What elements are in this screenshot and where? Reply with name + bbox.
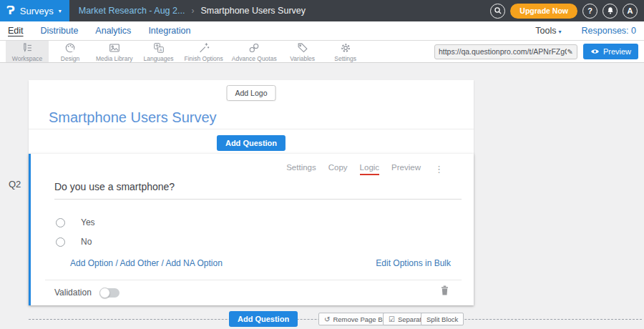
split-block-label: Split Block (426, 315, 458, 323)
breadcrumb-current: Smartphone Users Survey (200, 6, 306, 16)
option-label[interactable]: No (81, 237, 92, 247)
survey-title[interactable]: Smartphone Users Survey (49, 109, 217, 126)
breadcrumb-parent[interactable]: Market Research - Aug 2... (79, 6, 185, 16)
validation-row: Validation (54, 288, 119, 298)
top-bar: Ɂ Surveys ▾ Market Research - Aug 2... ›… (0, 0, 644, 21)
tab-logic[interactable]: Logic (360, 163, 380, 175)
eye-icon (590, 48, 600, 55)
nav-item-distribute[interactable]: Distribute (41, 26, 79, 36)
tab-copy[interactable]: Copy (328, 163, 348, 175)
option-label[interactable]: Yes (81, 217, 95, 227)
add-other-link[interactable]: Add Other (119, 258, 159, 268)
tag-icon (296, 41, 309, 54)
divider (45, 280, 462, 280)
breadcrumb-chevron-icon: › (191, 6, 194, 16)
edit-url-icon[interactable]: ✎ (567, 48, 572, 56)
toolbar-item-workspace[interactable]: Workspace (6, 41, 49, 62)
image-icon (108, 41, 121, 54)
toolbar-item-languages[interactable]: A Languages (137, 41, 180, 62)
toolbar-label: Settings (334, 55, 356, 62)
toolbar-label: Advance Quotas (232, 55, 277, 62)
toolbar-item-finish-options[interactable]: Finish Options (180, 41, 228, 62)
question-number: Q2 (9, 179, 21, 190)
avatar[interactable]: A (623, 4, 638, 19)
edit-options-in-bulk-link[interactable]: Edit Options in Bulk (376, 258, 451, 268)
svg-text:A: A (159, 47, 162, 51)
breadcrumb: Market Research - Aug 2... › Smartphone … (79, 6, 306, 16)
answer-option-row: No (56, 237, 92, 247)
more-options-icon[interactable]: ⋮ (433, 164, 445, 174)
remove-page-break-icon: ↺ (324, 315, 330, 323)
chevron-down-icon: ▾ (559, 29, 562, 35)
preview-button[interactable]: Preview (583, 44, 638, 59)
question-block: Settings Copy Logic Preview ⋮ Do you use… (29, 154, 474, 305)
page-break-line: Add Question ↺ Remove Page Break ☑ Separ… (29, 319, 642, 320)
help-button[interactable]: ? (582, 4, 597, 19)
option-links: Add Option / Add Other / Add NA Option (70, 258, 223, 268)
workspace-toolbar: Workspace Design Media Library (0, 41, 644, 63)
survey-url-input[interactable] (439, 47, 567, 56)
toolbar-item-settings[interactable]: Settings (324, 41, 367, 62)
gear-icon (339, 41, 352, 54)
surveys-product-menu[interactable]: Ɂ Surveys ▾ (0, 0, 69, 21)
workspace-icon (21, 41, 34, 54)
add-question-button-top[interactable]: Add Question (217, 135, 286, 151)
question-tabs: Settings Copy Logic Preview ⋮ (286, 163, 445, 175)
chevron-down-icon: ▾ (59, 8, 62, 14)
toolbar-label: Languages (143, 55, 173, 62)
split-block-button[interactable]: Split Block (421, 313, 464, 325)
add-question-button-bottom[interactable]: Add Question (229, 311, 298, 327)
upgrade-now-button[interactable]: Upgrade Now (510, 4, 577, 19)
add-option-link[interactable]: Add Option (70, 258, 113, 268)
radio-button-no[interactable] (56, 237, 65, 247)
link-separator: / (113, 258, 119, 268)
chain-link-icon (248, 41, 260, 54)
bell-icon (606, 6, 615, 15)
design-palette-icon (64, 41, 77, 54)
trash-icon (440, 285, 449, 295)
search-button[interactable] (490, 4, 505, 19)
magic-wand-icon (197, 41, 210, 54)
toolbar-item-advance-quotas[interactable]: Advance Quotas (228, 41, 281, 62)
search-icon (494, 6, 502, 15)
answer-option-row: Yes (56, 217, 95, 227)
toolbar-label: Design (61, 55, 79, 62)
delete-question-button[interactable] (440, 285, 449, 298)
tab-preview[interactable]: Preview (391, 163, 421, 175)
responses-count[interactable]: Responses: 0 (582, 26, 636, 36)
toolbar-label: Workspace (12, 55, 42, 62)
radio-button-yes[interactable] (56, 218, 65, 227)
toolbar-item-design[interactable]: Design (49, 41, 92, 62)
translate-icon: A (152, 41, 165, 54)
nav-item-integration[interactable]: Integration (148, 26, 190, 36)
add-na-option-link[interactable]: Add NA Option (165, 258, 222, 268)
question-text[interactable]: Do you use a smartphone? (54, 181, 462, 200)
preview-label: Preview (603, 47, 631, 56)
toolbar-right: ✎ Preview (434, 41, 644, 62)
section-nav: Edit Distribute Analytics Integration To… (0, 21, 644, 41)
validation-toggle[interactable] (100, 288, 119, 298)
separator-checkbox-icon: ☑ (389, 315, 395, 323)
nav-right: Tools▾ Responses: 0 (535, 26, 636, 36)
questionpro-logo-icon: Ɂ (6, 6, 15, 16)
nav-item-edit[interactable]: Edit (8, 26, 24, 36)
toolbar-label: Variables (290, 55, 315, 62)
product-name: Surveys (20, 6, 54, 16)
tab-settings[interactable]: Settings (286, 163, 316, 175)
topbar-actions: Upgrade Now ? A (490, 4, 644, 19)
divider (29, 129, 474, 129)
nav-item-analytics[interactable]: Analytics (95, 26, 131, 36)
toggle-knob (99, 288, 110, 298)
toolbar-item-media-library[interactable]: Media Library (92, 41, 137, 62)
notifications-button[interactable] (602, 4, 618, 19)
toolbar-item-variables[interactable]: Variables (281, 41, 324, 62)
survey-card: Add Logo Smartphone Users Survey Add Que… (29, 80, 474, 305)
tools-menu[interactable]: Tools▾ (535, 26, 561, 36)
add-logo-button[interactable]: Add Logo (227, 85, 276, 101)
survey-url-box: ✎ (434, 44, 577, 59)
toolbar-label: Finish Options (185, 55, 223, 62)
questionpro-survey-editor: Ɂ Surveys ▾ Market Research - Aug 2... ›… (0, 0, 644, 329)
toolbar-label: Media Library (96, 55, 133, 62)
validation-label: Validation (54, 288, 92, 298)
